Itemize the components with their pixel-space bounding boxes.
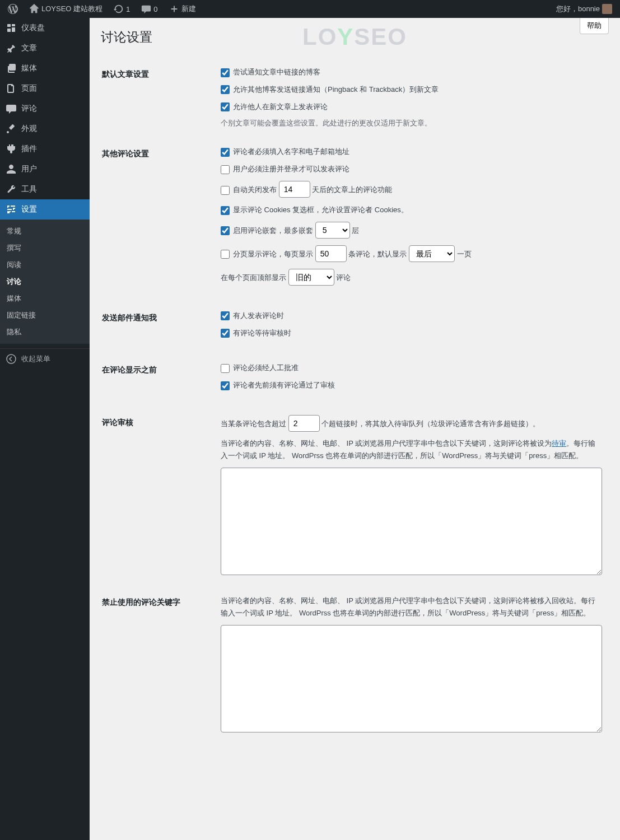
collapse-icon (6, 353, 17, 365)
page-icon (6, 83, 17, 94)
opt-must-register[interactable]: 用户必须注册并登录才可以发表评论 (221, 164, 602, 175)
menu-posts[interactable]: 文章 (0, 38, 90, 58)
opt-page-comments[interactable]: 分页显示评论，每页显示 (221, 250, 313, 258)
avatar (602, 4, 612, 14)
opt-close-old[interactable]: 自动关闭发布 (221, 185, 277, 194)
checkbox-must-register[interactable] (221, 165, 230, 174)
comment-icon (6, 103, 17, 114)
wordpress-icon (8, 4, 18, 14)
checkbox-page-comments[interactable] (221, 250, 230, 259)
opt-prev-approved[interactable]: 评论者先前须有评论通过了审核 (221, 380, 602, 391)
section-email-me: 发送邮件通知我 (102, 302, 214, 353)
menu-appearance[interactable]: 外观 (0, 119, 90, 139)
comment-icon (141, 4, 151, 14)
new-link[interactable]: 新建 (166, 0, 199, 18)
brush-icon (6, 123, 17, 134)
menu-plugins[interactable]: 插件 (0, 139, 90, 159)
main-content: LOYSEO 帮助 讨论设置 默认文章设置 尝试通知文章中链接的博客 允许其他博… (90, 18, 620, 766)
input-max-links[interactable] (288, 415, 320, 432)
settings-submenu: 常规 撰写 阅读 讨论 媒体 固定链接 隐私 (0, 220, 90, 344)
submenu-writing[interactable]: 撰写 (0, 240, 90, 256)
menu-settings[interactable]: 设置 (0, 199, 90, 220)
opt-thread-comments[interactable]: 启用评论嵌套，最多嵌套 (221, 226, 313, 235)
comments-count: 0 (153, 5, 157, 13)
collapse-menu[interactable]: 收起菜单 (0, 348, 90, 369)
admin-sidebar: 仪表盘 文章 媒体 页面 评论 外观 插件 用户 工具 设置 常规 撰写 阅读 … (0, 18, 90, 766)
submenu-media[interactable]: 媒体 (0, 290, 90, 307)
input-close-days[interactable] (279, 181, 310, 198)
media-icon (6, 63, 17, 74)
section-before-appear: 在评论显示之前 (102, 354, 214, 405)
disallowed-desc: 当评论者的内容、名称、网址、电邮、 IP 或浏览器用户代理字串中包含以下关键词，… (221, 595, 602, 619)
moderation-links-text: 当某条评论包含超过 个超链接时，将其放入待审队列（垃圾评论通常含有许多超链接）。 (221, 415, 602, 432)
checkbox-allow-pingback[interactable] (221, 85, 230, 94)
wp-logo[interactable] (4, 0, 21, 18)
submenu-permalinks[interactable]: 固定链接 (0, 307, 90, 324)
select-thread-depth[interactable]: 5 (315, 222, 350, 239)
opt-pingback-notify[interactable]: 尝试通知文章中链接的博客 (221, 67, 602, 78)
textarea-moderation-keys[interactable] (221, 468, 602, 575)
opt-allow-comments[interactable]: 允许他人在新文章上发表评论 (221, 101, 602, 113)
refresh-icon (114, 4, 124, 14)
checkbox-close-old[interactable] (221, 186, 230, 195)
menu-media[interactable]: 媒体 (0, 58, 90, 78)
checkbox-notify-moderation[interactable] (221, 329, 230, 338)
opt-allow-pingback[interactable]: 允许其他博客发送链接通知（Pingback 和 Trackback）到新文章 (221, 84, 602, 96)
textarea-disallowed-keys[interactable] (221, 625, 602, 732)
menu-comments[interactable]: 评论 (0, 99, 90, 119)
greeting: 您好，bonnie (556, 4, 600, 14)
checkbox-require-name-email[interactable] (221, 148, 230, 157)
dashboard-icon (6, 22, 17, 34)
moderation-link[interactable]: 待审 (552, 439, 566, 447)
site-link[interactable]: LOYSEO 建站教程 (26, 0, 106, 18)
opt-require-name-email[interactable]: 评论者必须填入名字和电子邮箱地址 (221, 146, 602, 158)
help-button[interactable]: 帮助 (580, 18, 609, 34)
section-moderation: 评论审核 (102, 407, 214, 585)
checkbox-must-approve[interactable] (221, 364, 230, 373)
submenu-privacy[interactable]: 隐私 (0, 324, 90, 340)
updates-count: 1 (126, 5, 130, 13)
menu-tools[interactable]: 工具 (0, 179, 90, 199)
new-label: 新建 (181, 4, 196, 14)
submenu-discussion[interactable]: 讨论 (0, 273, 90, 290)
plus-icon (169, 4, 179, 14)
submenu-reading[interactable]: 阅读 (0, 256, 90, 273)
opt-show-cookies[interactable]: 显示评论 Cookies 复选框，允许设置评论者 Cookies。 (221, 204, 602, 216)
site-name: LOYSEO 建站教程 (41, 4, 102, 14)
checkbox-prev-approved[interactable] (221, 381, 230, 390)
select-comment-order[interactable]: 旧的 (288, 269, 334, 286)
section-other-comment: 其他评论设置 (102, 138, 214, 300)
pin-icon (6, 43, 17, 54)
menu-users[interactable]: 用户 (0, 159, 90, 179)
account-link[interactable]: 您好，bonnie (553, 0, 616, 18)
checkbox-notify-comment[interactable] (221, 311, 230, 320)
select-default-page[interactable]: 最后 (409, 245, 455, 262)
menu-dashboard[interactable]: 仪表盘 (0, 18, 90, 38)
checkbox-allow-comments[interactable] (221, 102, 230, 111)
checkbox-pingback-notify[interactable] (221, 68, 230, 77)
home-icon (29, 4, 39, 14)
updates-link[interactable]: 1 (110, 0, 133, 18)
opt-must-approve[interactable]: 评论必须经人工批准 (221, 362, 602, 374)
page-title: 讨论设置 (101, 24, 609, 57)
section-default-article: 默认文章设置 (102, 58, 214, 137)
checkbox-thread-comments[interactable] (221, 226, 230, 235)
wrench-icon (6, 184, 17, 195)
settings-icon (6, 204, 17, 215)
plugin-icon (6, 143, 17, 155)
submenu-general[interactable]: 常规 (0, 223, 90, 240)
checkbox-show-cookies[interactable] (221, 206, 230, 215)
svg-point-0 (7, 354, 16, 363)
menu-pages[interactable]: 页面 (0, 78, 90, 99)
default-article-note: 个别文章可能会覆盖这些设置。此处进行的更改仅适用于新文章。 (221, 118, 602, 128)
comments-link[interactable]: 0 (138, 0, 161, 18)
user-icon (6, 164, 17, 175)
opt-notify-comment[interactable]: 有人发表评论时 (221, 310, 602, 322)
opt-notify-moderation[interactable]: 有评论等待审核时 (221, 328, 602, 339)
moderation-desc: 当评论者的内容、名称、网址、电邮、 IP 或浏览器用户代理字串中包含以下关键词，… (221, 437, 602, 462)
input-per-page[interactable] (315, 245, 347, 262)
admin-bar: LOYSEO 建站教程 1 0 新建 您好，bonnie (0, 0, 620, 18)
section-disallowed: 禁止使用的评论关键字 (102, 586, 214, 743)
